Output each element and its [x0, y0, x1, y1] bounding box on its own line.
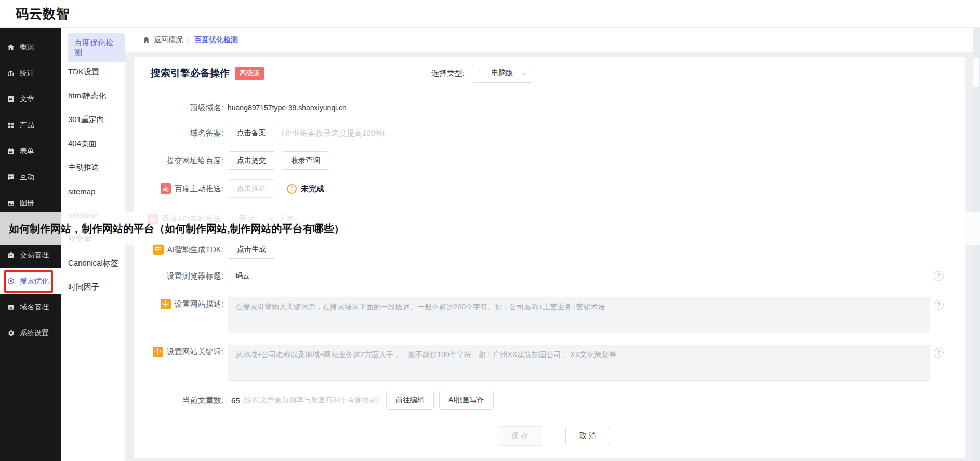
cancel-button[interactable]: 取 消 [565, 427, 610, 445]
sidebar-item-settings[interactable]: 系统设置 [0, 320, 61, 346]
submit-url-label: 提交网址给百度: [167, 156, 223, 166]
save-button[interactable]: 保 存 [497, 426, 542, 446]
submenu-item-tdk[interactable]: TDK设置 [61, 60, 125, 84]
icp-filing-hint: (企业备案收录速度提高100%) [282, 128, 385, 138]
submenu-item-html-static[interactable]: html静态化 [61, 84, 125, 108]
help-icon[interactable]: ? [934, 300, 944, 310]
priority-high-badge: 高 [161, 183, 171, 194]
seo-submenu: 百度优化检测 TDK设置 html静态化 301重定向 404页面 主动推送 s… [61, 28, 125, 461]
article-count-hint: (保持文章更新频率与质量有利于百度收录) [243, 396, 379, 405]
sidebar-item-interaction[interactable]: 互动 [0, 164, 61, 190]
top-domain-value: huang897157type-39.shanxiyunqi.cn [228, 103, 347, 112]
push-button-disabled[interactable]: 点击推送 [228, 179, 275, 198]
go-edit-button[interactable]: 前往编辑 [386, 391, 434, 410]
ai-tdk-label: AI智能生成TDK: [167, 245, 223, 255]
app-header: 码云数智 [0, 0, 980, 28]
row-top-domain: 顶级域名: huang897157type-39.shanxiyunqi.cn [134, 101, 965, 114]
submenu-item-sitemap[interactable]: sitemap [61, 179, 125, 203]
chat-bubble-icon [7, 173, 15, 181]
radio-icon [228, 215, 235, 223]
submenu-item-301[interactable]: 301重定向 [61, 108, 125, 131]
gallery-icon [7, 199, 15, 207]
ai-batch-write-button[interactable]: AI批量写作 [439, 391, 494, 410]
site-description-label: 设置网站描述: [175, 299, 223, 309]
help-icon[interactable]: ? [934, 348, 944, 358]
row-article-count: 当前文章数: 65 (保持文章更新频率与质量有利于百度收录) 前往编辑 AI批量… [134, 391, 965, 410]
submit-url-button[interactable]: 点击提交 [228, 151, 275, 170]
help-icon[interactable]: ? [308, 214, 317, 224]
sidebar-item-trade[interactable]: 交易管理 [0, 242, 61, 268]
submenu-item-time-factor[interactable]: 时间因子 [61, 275, 125, 299]
stats-icon [7, 69, 15, 77]
sidebar-item-stats[interactable]: 统计 [0, 60, 61, 86]
product-icon [7, 121, 15, 129]
submenu-item-canonical[interactable]: Canonical标签 [61, 251, 125, 275]
ai-generate-button[interactable]: 点击生成 [228, 240, 275, 259]
radio-option-off[interactable]: 关闭 [268, 214, 294, 224]
home-icon [7, 43, 15, 51]
main-sidebar: 概况 统计 文章 产品 表单 互动 图册 [0, 28, 61, 461]
breadcrumb-separator: / [188, 36, 190, 44]
chevron-down-icon [521, 71, 527, 77]
seo-settings-card: 搜索引擎必备操作 高级版 选择类型: 电脑版 顶级域名: huang897157… [134, 57, 965, 458]
home-icon [142, 36, 150, 44]
help-icon[interactable]: ? [934, 271, 944, 281]
domain-w-icon: W [7, 303, 15, 311]
scrollbar-thumb[interactable] [973, 57, 979, 87]
priority-high-badge: 高 [148, 214, 158, 224]
premium-badge: 高级版 [235, 67, 264, 80]
active-push-label: 百度主动推送: [175, 184, 223, 194]
sidebar-item-overview[interactable]: 概况 [0, 34, 61, 60]
sidebar-item-domains[interactable]: W 域名管理 [0, 294, 61, 320]
row-site-description: 中 设置网站描述: ? [134, 297, 965, 333]
submenu-item-baidu-check[interactable]: 百度优化检测 [61, 36, 125, 60]
priority-mid-badge: 中 [153, 347, 163, 357]
site-keywords-textarea[interactable] [228, 345, 930, 381]
svg-text:W: W [9, 306, 12, 309]
annotation-highlight-box [4, 270, 53, 293]
app-root: 码云数智 概况 统计 文章 产品 表单 互动 图册 [0, 0, 980, 461]
submenu-item-anchor-text[interactable]: 锚文本 [61, 227, 125, 251]
row-active-push: 高 百度主动推送: 点击推送 ! 未完成 [134, 179, 965, 198]
article-icon [7, 95, 15, 103]
radio-checked-icon [268, 215, 275, 223]
breadcrumb: 返回概况 / 百度优化检测 [125, 28, 973, 52]
row-submit-url: 提交网址给百度: 点击提交 收录查询 [134, 151, 965, 170]
browser-title-input[interactable] [228, 266, 930, 286]
sidebar-item-articles[interactable]: 文章 [0, 86, 61, 112]
breadcrumb-back-link[interactable]: 返回概况 [142, 35, 183, 45]
device-type-select[interactable]: 电脑版 [472, 64, 532, 83]
push-status-text: 未完成 [301, 184, 324, 194]
sidebar-item-gallery[interactable]: 图册 [0, 190, 61, 216]
layers-icon [7, 225, 15, 233]
article-count-value: 65 [231, 396, 240, 405]
row-actions: 保 存 取 消 [134, 426, 965, 446]
type-select-label: 选择类型: [431, 69, 465, 78]
form-icon [7, 147, 15, 155]
sidebar-item-hidden[interactable] [0, 216, 61, 242]
icp-filing-label: 域名备案: [190, 128, 223, 138]
radio-option-on[interactable]: 开启 [228, 214, 254, 224]
submenu-item-active-push[interactable]: 主动推送 [61, 155, 125, 179]
row-ai-tdk: 中 AI智能生成TDK: 点击生成 [134, 240, 965, 259]
icp-filing-button[interactable]: 点击备案 [228, 124, 275, 142]
top-domain-label: 顶级域名: [190, 103, 223, 113]
sidebar-item-forms[interactable]: 表单 [0, 138, 61, 164]
priority-mid-badge: 中 [153, 244, 164, 255]
article-count-label: 当前文章数: [182, 396, 223, 405]
index-query-button[interactable]: 收录查询 [282, 151, 329, 170]
api-push-label: 百度API实时推送: [162, 214, 223, 224]
breadcrumb-current[interactable]: 百度优化检测 [194, 35, 238, 45]
gear-icon [7, 329, 15, 337]
site-description-textarea[interactable] [228, 297, 930, 333]
submenu-item-404[interactable]: 404页面 [61, 131, 125, 155]
row-api-push: 高 百度API实时推送: 开启 关闭 ? [134, 209, 965, 228]
site-keywords-label: 设置网站关键词: [167, 347, 223, 357]
row-browser-title: 设置浏览器标题: ? [134, 266, 965, 286]
app-logo: 码云数智 [16, 5, 70, 22]
browser-title-label: 设置浏览器标题: [167, 271, 223, 281]
priority-mid-badge: 中 [161, 299, 171, 309]
submenu-item-nofollow[interactable]: nofollow [61, 203, 125, 227]
sidebar-item-products[interactable]: 产品 [0, 112, 61, 138]
page-title: 搜索引擎必备操作 [151, 67, 230, 80]
